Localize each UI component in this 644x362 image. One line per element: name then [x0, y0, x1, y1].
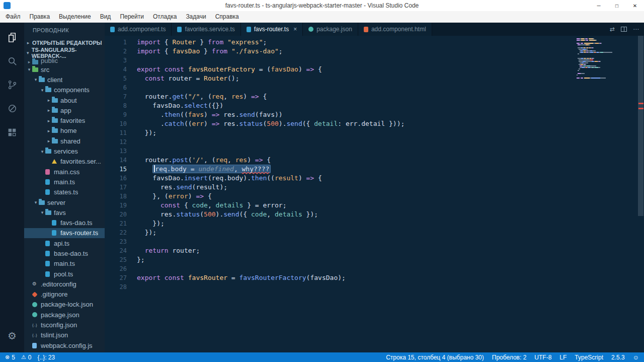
tree-item[interactable]: ▾services: [24, 146, 105, 156]
code-line[interactable]: 16 favsDao.insert(req.body).then((result…: [105, 174, 574, 183]
code-line[interactable]: 14 router.post('/', (req, res) => {: [105, 156, 574, 165]
code-line[interactable]: 24 return router;: [105, 246, 574, 255]
status-item[interactable]: Строка 15, столбец 4 (выбрано 30): [386, 354, 484, 361]
tab[interactable]: favs-router.ts×: [241, 23, 303, 36]
status-item[interactable]: LF: [559, 354, 567, 361]
tree-item[interactable]: package.json: [24, 310, 105, 320]
tree-item[interactable]: ▸home: [24, 126, 105, 136]
code-line[interactable]: 28: [105, 282, 574, 292]
menu-item[interactable]: Выделение: [54, 11, 96, 22]
split-editor-icon[interactable]: [621, 27, 627, 32]
status-item[interactable]: TypeScript: [575, 354, 603, 361]
tree-item[interactable]: ▾server: [24, 197, 105, 207]
tab[interactable]: package.json: [303, 23, 358, 36]
code-line[interactable]: 15 req.body = undefined, why????: [105, 165, 574, 174]
tree-item[interactable]: ⚙.editorconfig: [24, 279, 105, 289]
code-line[interactable]: 6: [105, 83, 574, 92]
tree-item[interactable]: ▸public: [24, 58, 105, 64]
tree-item[interactable]: ▾components: [24, 85, 105, 95]
search-icon[interactable]: [0, 49, 24, 73]
tree-item[interactable]: main.ts: [24, 259, 105, 269]
code-line[interactable]: 27export const favsRouter = favsRouterFa…: [105, 273, 574, 282]
tree-item[interactable]: favs-router.ts: [24, 228, 105, 238]
more-actions-icon[interactable]: ⋯: [633, 26, 639, 33]
code-line[interactable]: 13: [105, 147, 574, 156]
code-line[interactable]: 23: [105, 237, 574, 246]
tab[interactable]: add.component.ts: [105, 23, 172, 36]
close-tab-icon[interactable]: ×: [293, 26, 297, 33]
extensions-icon[interactable]: [0, 120, 24, 144]
tab[interactable]: add.component.html: [358, 23, 432, 36]
tree-item[interactable]: ▸app: [24, 105, 105, 115]
tree-item[interactable]: ▸shared: [24, 136, 105, 146]
source-control-icon[interactable]: [0, 73, 24, 97]
open-changes-icon[interactable]: ⇄: [610, 26, 615, 33]
tree-item[interactable]: webpack.config.js: [24, 340, 105, 350]
tree-item[interactable]: {..}tsconfig.json: [24, 320, 105, 330]
tree-item[interactable]: {..}tslint.json: [24, 330, 105, 340]
tree-item[interactable]: package-lock.json: [24, 300, 105, 310]
code-line[interactable]: 1import { Router } from "express";: [105, 38, 574, 47]
vertical-scrollbar[interactable]: [637, 36, 644, 352]
root-folder-section[interactable]: ▾ TS-ANGULARJS-WEBPACK-...: [24, 48, 105, 58]
code-line[interactable]: 25};: [105, 255, 574, 264]
status-item[interactable]: Пробелов: 2: [492, 354, 527, 361]
code-line[interactable]: 22 });: [105, 228, 574, 237]
maximize-button[interactable]: □: [608, 0, 626, 11]
scrollbar-thumb[interactable]: [638, 36, 643, 216]
tree-item[interactable]: ▾favs: [24, 207, 105, 218]
tree-item[interactable]: main.ts: [24, 177, 105, 187]
code-editor[interactable]: 1import { Router } from "express";2impor…: [105, 36, 644, 352]
code-line[interactable]: 8 favsDao.select({}): [105, 101, 574, 110]
menu-item[interactable]: Перейти: [115, 11, 148, 22]
code-line[interactable]: 20 res.status(500).send({ code, details …: [105, 210, 574, 219]
tree-item[interactable]: api.ts: [24, 238, 105, 248]
tree-item[interactable]: ▸about: [24, 95, 105, 105]
feedback-smiley-icon[interactable]: ☺: [633, 354, 639, 361]
tree-item[interactable]: main.css: [24, 167, 105, 177]
close-button[interactable]: ✕: [626, 0, 644, 11]
menu-item[interactable]: Вид: [96, 11, 116, 22]
menu-item[interactable]: Отладка: [148, 11, 181, 22]
tree-item[interactable]: ▸favorites: [24, 115, 105, 125]
tree-item[interactable]: ▾client: [24, 75, 105, 85]
code-line[interactable]: 17 res.send(result);: [105, 183, 574, 192]
status-item[interactable]: 2.5.3: [611, 354, 625, 361]
code-line[interactable]: 7 router.get("/", (req, res) => {: [105, 92, 574, 101]
settings-gear-icon[interactable]: ⚙: [0, 324, 24, 347]
debug-icon[interactable]: [0, 97, 24, 120]
code-line[interactable]: 19 const { code, details } = error;: [105, 201, 574, 210]
menu-item[interactable]: Задачи: [181, 11, 210, 22]
menu-item[interactable]: Файл: [1, 11, 25, 22]
code-line[interactable]: 3: [105, 56, 574, 65]
status-item[interactable]: ⚠0: [21, 354, 32, 361]
tree-item[interactable]: favs-dao.ts: [24, 218, 105, 228]
menu-item[interactable]: Справка: [211, 11, 244, 22]
tree-item[interactable]: base-dao.ts: [24, 248, 105, 258]
status-item[interactable]: {..}: 23: [37, 354, 55, 361]
code-line[interactable]: 4export const favsRouterFactory = (favsD…: [105, 65, 574, 74]
code-line[interactable]: 26: [105, 264, 574, 273]
tree-item[interactable]: states.ts: [24, 187, 105, 197]
tree-item[interactable]: .gitignore: [24, 289, 105, 300]
open-editors-section[interactable]: ▸ ОТКРЫТЫЕ РЕДАКТОРЫ: [24, 38, 105, 48]
tree-item[interactable]: pool.ts: [24, 269, 105, 279]
code-area[interactable]: 1import { Router } from "express";2impor…: [105, 38, 574, 292]
code-line[interactable]: 21 });: [105, 219, 574, 228]
tree-item[interactable]: ▾src: [24, 64, 105, 75]
code-line[interactable]: 18 }, (error) => {: [105, 192, 574, 201]
explorer-icon[interactable]: [0, 26, 24, 49]
tab[interactable]: favorites.service.ts: [172, 23, 240, 36]
minimize-button[interactable]: ─: [590, 0, 608, 11]
status-item[interactable]: ⊗5: [5, 354, 15, 361]
code-line[interactable]: 11 });: [105, 128, 574, 137]
code-line[interactable]: 10 .catch((err) => res.status(500).send(…: [105, 119, 574, 128]
code-line[interactable]: 2import { favsDao } from "./favs-dao";: [105, 47, 574, 56]
minimap[interactable]: [577, 38, 636, 81]
code-line[interactable]: 12: [105, 137, 574, 147]
status-item[interactable]: UTF-8: [534, 354, 551, 361]
code-line[interactable]: 5 const router = Router();: [105, 74, 574, 83]
code-line[interactable]: 9 .then((favs) => res.send(favs)): [105, 110, 574, 119]
menu-item[interactable]: Правка: [25, 11, 55, 22]
tree-item[interactable]: favorites.ser...: [24, 157, 105, 167]
